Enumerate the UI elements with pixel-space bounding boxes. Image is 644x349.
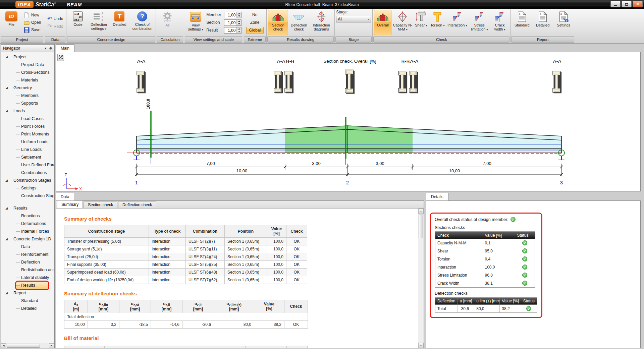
nav-item-load-cases[interactable]: Load Cases [16, 115, 54, 123]
tab-summary[interactable]: Summary [57, 200, 83, 208]
minimize-button[interactable] [610, 1, 621, 7]
nav-item-cross-sections[interactable]: Cross-Sections [16, 69, 54, 76]
nav-item-supports[interactable]: Supports [16, 100, 54, 107]
overall-check-button[interactable]: Overall [374, 10, 391, 35]
tab-section-check[interactable]: Section check [84, 201, 117, 208]
expander-icon[interactable]: ◢ [5, 107, 8, 115]
deflection-check-button[interactable]: Deflection check [289, 10, 309, 35]
deflection-settings-button[interactable]: 1 2 3 Deflection settings ▾ [89, 10, 109, 35]
report-standard-button[interactable]: Standard [512, 10, 532, 35]
scroll-up-icon[interactable]: ▲ [418, 209, 424, 214]
nav-item-deflection[interactable]: Deflection [16, 258, 54, 266]
detailed-button[interactable]: T Detailed [109, 10, 129, 35]
extreme-global-button[interactable]: Global [246, 27, 264, 34]
nav-item-internal-forces[interactable]: Internal Forces [16, 228, 54, 235]
maximize-button[interactable] [622, 1, 632, 7]
nav-section-loads[interactable]: ◢Loads [1, 107, 54, 115]
expander-icon[interactable]: ◢ [5, 289, 8, 297]
redo-button[interactable]: ↷ Redo [46, 23, 65, 30]
main-canvas[interactable]: A-A A-A B-B Section check. Overall [%] B… [56, 52, 641, 191]
nav-item-user-defined-forces[interactable]: User-Defined Forces [16, 161, 54, 169]
zoom-extents-button[interactable] [57, 54, 64, 61]
nav-item-data[interactable]: Data [16, 243, 54, 251]
capacity-nmm-button[interactable]: Capacity N-M-M ▾ [392, 10, 413, 35]
close-button[interactable]: ✕ [633, 1, 643, 7]
scroll-right-icon[interactable]: ▶ [49, 343, 54, 348]
section-check-button[interactable]: Section check [268, 10, 288, 35]
nav-item-lateral-stability[interactable]: Lateral stability [16, 274, 54, 282]
member-scale-down[interactable] [237, 15, 241, 18]
nav-item-uniform-loads[interactable]: Uniform Loads [16, 138, 54, 146]
expander-icon[interactable]: ◢ [5, 177, 8, 184]
check-of-combination-button[interactable]: ? Check of combination [130, 10, 154, 35]
nav-item-report-standard[interactable]: Standard [16, 297, 54, 305]
extreme-no-button[interactable]: No [246, 11, 264, 18]
extreme-zone-button[interactable]: Zone [246, 19, 264, 26]
code-button[interactable]: 1,15 90 25.8 Code [68, 10, 88, 35]
nav-section-project[interactable]: ◢Project [1, 53, 54, 61]
member-scale-up[interactable] [237, 12, 241, 15]
nav-item-deformations[interactable]: Deformations [16, 220, 54, 228]
hscroll-thumb[interactable] [7, 344, 40, 348]
section-scale-down[interactable] [237, 22, 241, 25]
result-scale-down[interactable] [237, 30, 241, 33]
nav-section-report[interactable]: ◢Report [1, 289, 54, 297]
save-button[interactable]: Save [22, 26, 43, 34]
nav-item-line-loads[interactable]: Line Loads [16, 146, 54, 154]
nav-item-redistribution[interactable]: Redistribution and re [16, 266, 54, 274]
interaction-diagrams-button[interactable]: Interaction diagrams [310, 10, 333, 35]
result-scale-input[interactable]: 1,00 [224, 27, 241, 34]
file-button[interactable]: ID File [1, 10, 21, 35]
nav-item-project-data[interactable]: Project Data [16, 61, 54, 69]
nav-item-reactions[interactable]: Reactions [16, 212, 54, 220]
nav-item-report-detailed[interactable]: Detailed [16, 305, 54, 312]
nav-section-results[interactable]: ◢Results [1, 205, 54, 212]
tab-details[interactable]: Details [426, 193, 448, 200]
data-vscrollbar[interactable]: ▲ ▼ [418, 209, 424, 348]
section-scale-input[interactable]: 1,00 [224, 19, 241, 26]
stage-dropdown[interactable]: All ▾ [336, 16, 371, 22]
nav-item-results-selected[interactable]: Results [16, 282, 48, 289]
nav-item-settings[interactable]: Settings [16, 184, 54, 192]
open-button[interactable]: Open [22, 19, 43, 26]
nav-item-reinforcement[interactable]: Reinforcement [16, 251, 54, 258]
expander-icon[interactable]: ◢ [5, 235, 8, 243]
result-scale-up[interactable] [237, 27, 241, 31]
nav-section-construction-stages[interactable]: ◢Construction Stages [1, 177, 54, 184]
navigator-header[interactable]: Navigator ▾ [1, 45, 54, 52]
navigator-dropdown-icon[interactable]: ▾ [45, 47, 46, 50]
nav-item-point-forces[interactable]: Point Forces [16, 123, 54, 130]
tab-data[interactable]: Data [56, 193, 74, 200]
expander-icon[interactable]: ◢ [5, 84, 8, 92]
scroll-down-icon[interactable]: ▼ [418, 343, 424, 348]
nav-item-members[interactable]: Members [16, 92, 54, 100]
new-button[interactable]: New [22, 12, 43, 19]
nav-item-combinations[interactable]: Combinations [16, 169, 54, 177]
nav-item-settlement[interactable]: Settlement [16, 154, 54, 161]
tab-deflection-check[interactable]: Deflection check [118, 201, 156, 208]
nav-item-point-moments[interactable]: Point Moments [16, 130, 54, 138]
shear-check-button[interactable]: Shear ▾ [414, 10, 428, 35]
undo-button[interactable]: ↶ Undo [46, 15, 65, 22]
crack-width-button[interactable]: Crack width ▾ [491, 10, 509, 35]
section-scale-up[interactable] [237, 20, 241, 23]
beam-elevation[interactable] [137, 126, 561, 153]
interaction-check-button[interactable]: Interaction ▾ [446, 10, 468, 35]
view-settings-button[interactable]: View settings ▾ [185, 10, 206, 35]
vscroll-thumb[interactable] [419, 215, 423, 238]
nav-section-concrete-design-1d[interactable]: ◢Concrete Design 1D [1, 235, 54, 243]
report-settings-button[interactable]: Settings [553, 10, 574, 35]
navigator-hscrollbar[interactable]: ◀ ▶ [1, 343, 54, 348]
torsion-check-button[interactable]: Torsion ▾ [429, 10, 446, 35]
tab-main[interactable]: Main [56, 44, 74, 52]
expander-icon[interactable]: ◢ [5, 205, 8, 212]
nav-item-materials[interactable]: Materials [16, 76, 54, 84]
calculate-all-button[interactable]: All [157, 10, 177, 35]
report-detailed-button[interactable]: Detailed [533, 10, 553, 35]
member-scale-input[interactable]: 1,00 [224, 12, 241, 18]
expander-icon[interactable]: ◢ [5, 53, 8, 61]
nav-section-geometry[interactable]: ◢Geometry [1, 84, 54, 92]
stress-limitation-button[interactable]: Stress limitation ▾ [469, 10, 490, 35]
pin-icon[interactable] [49, 47, 52, 50]
nav-item-construction-stages[interactable]: Construction Stages [16, 192, 54, 200]
